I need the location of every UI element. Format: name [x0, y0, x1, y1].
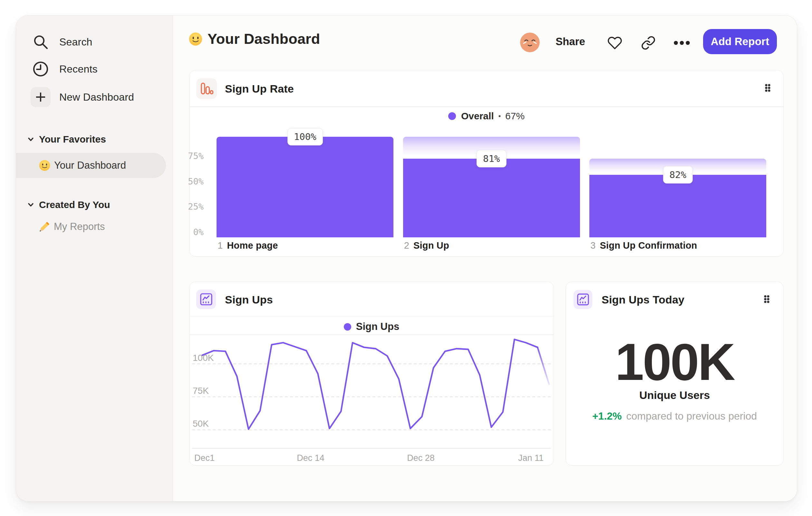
- line-xtick: Dec 28: [407, 453, 435, 463]
- search-icon: [33, 34, 49, 50]
- line-chart-icon: [196, 290, 216, 309]
- funnel-ytick: 25%: [184, 201, 204, 212]
- pencil-emoji: [39, 221, 50, 232]
- line-chart-svg: [190, 282, 553, 465]
- line-ytick: 50K: [193, 418, 209, 429]
- signups-line: [202, 339, 538, 429]
- line-xtick: Dec1: [194, 453, 214, 463]
- conversion-badge: 82%: [663, 166, 693, 184]
- signups-line-fading-tail: [538, 347, 549, 384]
- main-area: Your Dashboard Share: [173, 16, 797, 501]
- sidebar-item-your-dashboard[interactable]: Your Dashboard: [16, 153, 166, 178]
- line-xtick: Dec 14: [297, 453, 324, 463]
- chevron-down-icon: [27, 201, 34, 209]
- sidebar-section-created-by-you[interactable]: Created By You: [16, 195, 173, 214]
- funnel-xlabel: 3Sign Up Confirmation: [590, 240, 697, 251]
- signups-card: Sign Ups Sign Ups 100K75K50KDec1Dec 14De…: [189, 281, 554, 466]
- stat-label: Unique Users: [566, 389, 783, 402]
- sidebar-item-my-reports[interactable]: My Reports: [16, 214, 166, 239]
- delta-value: +1.2%: [592, 410, 622, 422]
- funnel-ytick: 50%: [184, 176, 204, 186]
- sidebar-item-new-dashboard[interactable]: New Dashboard: [16, 87, 173, 107]
- funnel-legend: Overall • 67%: [190, 111, 783, 121]
- slightly-smiling-face-emoji: [189, 32, 202, 46]
- share-button[interactable]: Share: [555, 35, 585, 48]
- delta-note: compared to previous period: [627, 410, 757, 422]
- plus-icon: [31, 87, 51, 107]
- card-title: Sign Up Rate: [225, 83, 294, 95]
- clock-icon: [33, 61, 49, 77]
- add-report-button[interactable]: Add Report: [703, 29, 777, 54]
- sidebar-section-your-favorites[interactable]: Your Favorites: [16, 130, 173, 149]
- legend-series-label: Overall: [461, 111, 494, 121]
- step-name: Home page: [227, 240, 278, 251]
- divider: [190, 106, 783, 107]
- line-chart-icon: [574, 290, 592, 309]
- step-name: Sign Up Confirmation: [600, 240, 697, 251]
- chevron-down-icon: [27, 136, 34, 143]
- app-window: Search Recents New Dashboard: [16, 15, 797, 501]
- drag-handle-icon[interactable]: [764, 295, 770, 303]
- step-name: Sign Up: [413, 240, 449, 251]
- ellipsis-icon[interactable]: [674, 41, 690, 45]
- stat-delta: +1.2%compared to previous period: [566, 410, 783, 422]
- sidebar-item-recents[interactable]: Recents: [16, 59, 173, 79]
- conversion-badge: 100%: [287, 128, 323, 145]
- legend-dot: [344, 323, 351, 331]
- avatar[interactable]: [520, 33, 540, 52]
- funnel-xlabel: 2Sign Up: [404, 240, 449, 251]
- conversion-badge: 81%: [476, 150, 506, 167]
- funnel-bar[interactable]: [589, 175, 766, 237]
- signups-today-card: Sign Ups Today 100K Unique Users +1.2%co…: [566, 281, 784, 466]
- line-ytick: 100K: [193, 353, 214, 363]
- page-title: Your Dashboard: [207, 31, 320, 47]
- bar-chart-icon: [196, 78, 217, 99]
- funnel-ytick: 75%: [184, 151, 204, 161]
- funnel-bar[interactable]: [403, 159, 580, 237]
- sidebar-item-label: My Reports: [54, 221, 105, 233]
- step-number: 3: [590, 240, 596, 251]
- link-icon[interactable]: [641, 35, 656, 50]
- signup-rate-card: Sign Up Rate Overall • 67% 0%25%50%75%10…: [189, 70, 784, 257]
- line-legend: Sign Ups: [190, 322, 554, 331]
- card-title: Sign Ups Today: [602, 294, 685, 306]
- legend-dot: [448, 112, 456, 120]
- legend-separator: •: [498, 112, 501, 120]
- sidebar-item-label: Your Dashboard: [54, 160, 126, 171]
- heart-icon[interactable]: [607, 35, 623, 50]
- legend-series-label: Sign Ups: [356, 321, 399, 332]
- line-ytick: 75K: [193, 386, 209, 396]
- slightly-smiling-face-emoji: [39, 160, 50, 171]
- sidebar-section-label: Created By You: [39, 199, 110, 210]
- sidebar-item-search[interactable]: Search: [16, 32, 173, 52]
- step-number: 1: [218, 240, 223, 251]
- sidebar-item-label: Search: [59, 36, 92, 48]
- sidebar: Search Recents New Dashboard: [16, 16, 173, 501]
- line-xtick: Jan 11: [518, 453, 544, 463]
- legend-value: 67%: [505, 111, 525, 121]
- funnel-xlabel: 1Home page: [218, 240, 278, 251]
- funnel-ytick: 0%: [184, 227, 204, 237]
- stat-value: 100K: [566, 333, 783, 391]
- drag-handle-icon[interactable]: [765, 84, 771, 92]
- sidebar-item-label: Recents: [59, 63, 98, 75]
- funnel-bar[interactable]: [216, 137, 394, 237]
- sidebar-section-label: Your Favorites: [39, 134, 106, 145]
- divider: [190, 316, 554, 317]
- divider: [190, 334, 554, 335]
- card-title: Sign Ups: [225, 294, 273, 306]
- step-number: 2: [404, 240, 409, 251]
- sidebar-item-label: New Dashboard: [59, 91, 134, 103]
